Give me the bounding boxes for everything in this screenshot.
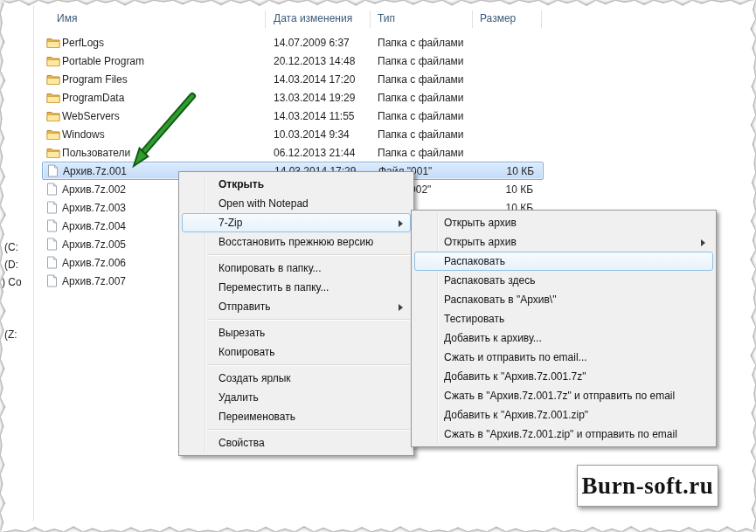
file-name: PerfLogs (62, 37, 274, 49)
file-icon (46, 238, 62, 251)
menu-item-label: Добавить к "Архив.7z.001.7z" (444, 370, 586, 383)
menu-item-delete[interactable]: Удалить (182, 388, 411, 407)
file-type: Папка с файлами (378, 55, 476, 67)
menu-separator (208, 364, 410, 366)
menu-item-open-archive[interactable]: Открыть архив (414, 213, 713, 232)
file-date: 20.12.2013 14:48 (274, 55, 378, 67)
nav-drive-item[interactable]: ) Co (2, 276, 22, 288)
submenu-arrow-icon (399, 304, 403, 311)
column-header-type[interactable]: Тип (378, 12, 395, 24)
torn-paper-frame: (C: (D: ) Co (Z: Имя Дата изменения Тип … (0, 0, 756, 532)
menu-item-label: Распаковать здесь (444, 274, 535, 287)
menu-separator (208, 254, 410, 256)
column-header-name[interactable]: Имя (57, 12, 77, 24)
nav-drive-item[interactable]: (C: (4, 241, 18, 253)
menu-item-add-to-archive[interactable]: Добавить к архиву... (414, 328, 713, 348)
menu-separator (208, 319, 410, 321)
nav-pane-divider (33, 5, 34, 522)
menu-item-label: Тестировать (444, 313, 504, 325)
annotation-arrow-icon (109, 83, 214, 179)
menu-item-open-with-notepad[interactable]: Open with Notepad (182, 194, 411, 213)
column-header-row: Имя Дата изменения Тип Размер (0, 9, 756, 30)
folder-icon (46, 128, 62, 141)
menu-item-label: Вырезать (218, 327, 265, 339)
menu-item-label: Свойства (218, 437, 265, 449)
menu-item-add-to-zip[interactable]: Добавить к "Архив.7z.001.zip" (414, 405, 713, 425)
menu-item-add-to-7z[interactable]: Добавить к "Архив.7z.001.7z" (414, 367, 713, 386)
menu-item-label: Распаковать в "Архив\" (444, 294, 556, 306)
menu-item-compress-zip-email[interactable]: Сжать в "Архив.7z.001.zip" и отправить п… (414, 425, 713, 444)
file-date: 06.12.2013 21:44 (274, 147, 378, 159)
menu-item-label: Открыть архив (444, 236, 517, 248)
menu-item-label: Создать ярлык (218, 372, 291, 384)
menu-item-label: Отправить (218, 301, 271, 313)
menu-item-label: Распаковать (444, 255, 505, 267)
menu-item-copy[interactable]: Копировать (182, 342, 411, 362)
file-row[interactable]: Portable Program20.12.2013 14:48Папка с … (42, 52, 544, 70)
menu-item-label: Добавить к "Архив.7z.001.zip" (444, 409, 588, 421)
menu-item-label: Переименовать (218, 411, 295, 423)
file-type: Папка с файлами (378, 92, 476, 104)
column-header-date[interactable]: Дата изменения (274, 12, 352, 24)
file-type: Папка с файлами (378, 73, 476, 86)
menu-item-move-to-folder[interactable]: Переместить в папку... (182, 278, 411, 297)
menu-item-cut[interactable]: Вырезать (182, 323, 411, 342)
file-size: 10 КБ (476, 183, 533, 196)
column-divider[interactable] (541, 10, 542, 28)
menu-item-extract[interactable]: Распаковать (414, 252, 713, 271)
file-row[interactable]: PerfLogs14.07.2009 6:37Папка с файлами (42, 33, 544, 52)
menu-separator (208, 429, 410, 431)
file-size: 10 КБ (477, 165, 534, 177)
menu-item-test[interactable]: Тестировать (414, 309, 713, 328)
folder-icon (46, 92, 62, 104)
folder-icon (46, 110, 62, 122)
menu-item-extract-to[interactable]: Распаковать в "Архив\" (414, 290, 713, 309)
file-icon (46, 274, 62, 287)
folder-icon (46, 55, 62, 67)
file-type: Папка с файлами (378, 37, 476, 49)
menu-item-label: Восстановить прежнюю версию (218, 236, 373, 248)
menu-item-label: 7-Zip (218, 217, 242, 229)
nav-drive-item[interactable]: (Z: (4, 328, 17, 341)
column-header-size[interactable]: Размер (480, 12, 516, 24)
nav-drive-item[interactable]: (D: (4, 259, 18, 271)
column-divider[interactable] (472, 10, 473, 28)
menu-item-send-to[interactable]: Отправить (182, 297, 411, 316)
submenu-arrow-icon (701, 239, 705, 246)
menu-item-label: Open with Notepad (218, 197, 309, 210)
file-name: Portable Program (62, 55, 274, 67)
menu-item-rename[interactable]: Переименовать (182, 407, 411, 426)
explorer-file-pane: (C: (D: ) Co (Z: Имя Дата изменения Тип … (0, 0, 756, 532)
file-icon (46, 219, 62, 232)
column-divider[interactable] (265, 10, 266, 28)
menu-item-7zip[interactable]: 7-Zip (182, 213, 411, 232)
menu-item-label: Удалить (218, 391, 259, 404)
menu-item-compress-7z-email[interactable]: Сжать в "Архив.7z.001.7z" и отправить по… (414, 386, 713, 405)
menu-item-extract-here[interactable]: Распаковать здесь (414, 271, 713, 290)
menu-item-create-shortcut[interactable]: Создать ярлык (182, 369, 411, 388)
file-date: 10.03.2014 9:34 (274, 128, 378, 141)
file-type: Папка с файлами (378, 128, 476, 141)
watermark-logo: Burn-soft.ru (577, 465, 718, 507)
menu-item-restore-previous[interactable]: Восстановить прежнюю версию (182, 232, 411, 252)
menu-item-label: Добавить к архиву... (444, 332, 542, 344)
menu-item-label: Открыть (218, 178, 264, 190)
folder-icon (46, 147, 62, 159)
menu-item-label: Сжать в "Архив.7z.001.zip" и отправить п… (444, 428, 677, 440)
file-date: 14.03.2014 17:20 (274, 73, 378, 86)
folder-icon (46, 37, 62, 49)
file-icon (47, 164, 63, 177)
file-type: Папка с файлами (378, 110, 476, 122)
menu-item-label: Открыть архив (444, 217, 517, 229)
menu-item-compress-email[interactable]: Сжать и отправить по email... (414, 348, 713, 367)
file-date: 14.07.2009 6:37 (274, 37, 378, 49)
watermark-text: Burn-soft.ru (582, 473, 714, 500)
menu-item-open-archive-sub[interactable]: Открыть архив (414, 232, 713, 252)
file-type: Папка с файлами (378, 147, 476, 159)
menu-item-label: Сжать и отправить по email... (444, 351, 587, 363)
menu-item-copy-to-folder[interactable]: Копировать в папку... (182, 259, 411, 278)
menu-item-open[interactable]: Открыть (182, 175, 411, 194)
column-divider[interactable] (370, 10, 371, 28)
menu-item-properties[interactable]: Свойства (182, 433, 411, 453)
menu-item-label: Копировать (218, 346, 275, 358)
